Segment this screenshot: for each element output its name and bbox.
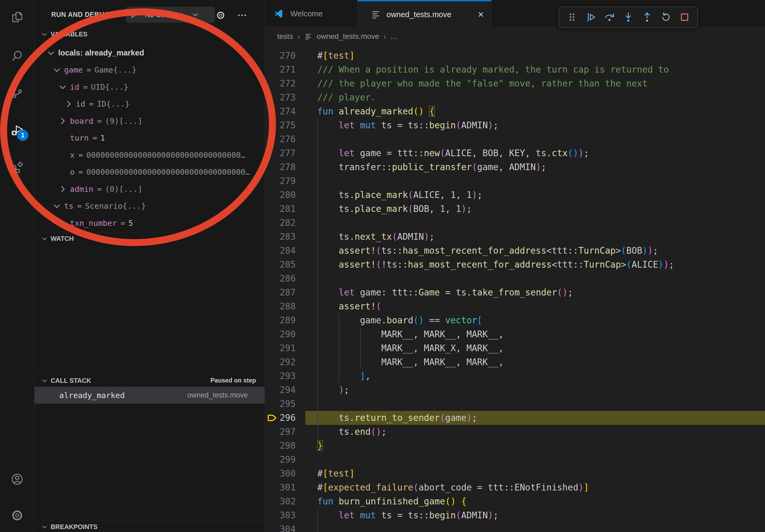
line-number[interactable]: 285	[265, 258, 296, 272]
code-line-text[interactable]: transfer::public_transfer(game, ADMIN);	[318, 160, 546, 174]
code-line[interactable]: 298}	[265, 439, 765, 453]
code-line[interactable]: 299	[265, 453, 765, 467]
line-number[interactable]: 298	[265, 439, 296, 453]
code-line[interactable]: 285 assert!(!ts::has_most_recent_for_add…	[265, 258, 765, 272]
line-number[interactable]: 291	[265, 341, 296, 355]
step-into-button[interactable]	[620, 9, 636, 25]
code-line-text[interactable]: /// the player who made the "false" move…	[318, 77, 648, 91]
code-line[interactable]: 278 transfer::public_transfer(game, ADMI…	[265, 160, 765, 174]
chevron-down-icon[interactable]	[51, 65, 62, 75]
line-number[interactable]: 295	[265, 397, 296, 411]
code-line[interactable]: 282	[265, 216, 765, 230]
code-line-text[interactable]: fun burn_unfinished_game() {	[318, 494, 466, 508]
restart-button[interactable]	[658, 9, 674, 25]
code-line[interactable]: 275 let mut ts = ts::begin(ADMIN);	[265, 119, 765, 132]
line-number[interactable]: 297	[265, 425, 296, 439]
code-editor[interactable]: 270#[test]271/// When a position is alre…	[265, 45, 765, 532]
watch-section-header[interactable]: WATCH	[35, 232, 265, 245]
code-line[interactable]: 286	[265, 272, 765, 286]
variable-row[interactable]: turn=1	[35, 130, 265, 147]
code-line-text[interactable]: assert!(!ts::has_most_recent_for_address…	[318, 258, 674, 272]
code-line[interactable]: 297 ts.end();	[265, 425, 765, 439]
activity-bar-source-control-icon[interactable]	[10, 86, 24, 100]
chevron-right-icon[interactable]	[57, 184, 68, 194]
code-line-text[interactable]: ],	[318, 369, 371, 383]
code-line-text[interactable]: MARK__, MARK__, MARK__,	[318, 355, 504, 369]
line-number[interactable]: 280	[265, 188, 296, 202]
code-line[interactable]: 270#[test]	[265, 49, 765, 63]
breadcrumb-item-symbol[interactable]: ...	[390, 32, 397, 41]
call-stack-frame[interactable]: already_marked owned_tests.move	[35, 387, 265, 404]
code-line[interactable]: 279	[265, 174, 765, 188]
code-line-text[interactable]: assert!(	[318, 300, 381, 313]
line-number[interactable]: 288	[265, 300, 296, 313]
code-line[interactable]: 301#[expected_failure(abort_code = ttt::…	[265, 481, 765, 494]
line-number[interactable]: 273	[265, 91, 296, 105]
chevron-right-icon[interactable]	[63, 100, 74, 109]
code-line[interactable]: 276	[265, 132, 765, 146]
variables-section-header[interactable]: VARIABLES	[35, 28, 265, 41]
code-line[interactable]: 288 assert!(	[265, 300, 765, 313]
activity-bar-extensions-icon[interactable]	[10, 160, 24, 174]
code-line[interactable]: 287 let game: ttt::Game = ts.take_from_s…	[265, 286, 765, 300]
code-line[interactable]: 291 MARK__, MARK_X, MARK__,	[265, 341, 765, 355]
code-line[interactable]: 300#[test]	[265, 467, 765, 481]
line-number[interactable]: 302	[265, 494, 296, 508]
line-number[interactable]: 279	[265, 174, 296, 188]
activity-bar-debug-icon[interactable]: 1	[10, 123, 24, 137]
variable-row[interactable]: admin=(0)[...]	[35, 180, 265, 198]
breakpoints-section-header[interactable]: BREAKPOINTS	[35, 520, 265, 532]
code-line[interactable]: 273/// player.	[265, 91, 765, 105]
line-number[interactable]: 276	[265, 132, 296, 146]
variable-row[interactable]: o=0000000000000000000000000000000000…	[35, 164, 265, 181]
chevron-down-icon[interactable]	[57, 83, 68, 92]
code-line[interactable]: 302fun burn_unfinished_game() {	[265, 494, 765, 508]
line-number[interactable]: 289	[265, 313, 296, 327]
breadcrumb-item-tests[interactable]: tests	[277, 32, 293, 41]
code-line-text[interactable]: );	[318, 383, 349, 397]
activity-bar-account-icon[interactable]	[10, 472, 24, 486]
line-number[interactable]: 294	[265, 383, 296, 397]
tab-owned-tests-move[interactable]: owned_tests.move ×	[358, 0, 491, 28]
line-number[interactable]: 282	[265, 216, 296, 230]
start-debugging-icon[interactable]	[129, 10, 138, 19]
activity-bar-files-icon[interactable]	[10, 10, 24, 24]
code-line[interactable]: 290 MARK__, MARK__, MARK__,	[265, 327, 765, 341]
code-line-text[interactable]: fun already_marked() {	[318, 105, 434, 119]
line-number[interactable]: 284	[265, 244, 296, 258]
line-number[interactable]: 278	[265, 160, 296, 174]
line-number[interactable]: 272	[265, 77, 296, 91]
code-line-text[interactable]: /// player.	[318, 91, 376, 105]
code-line-text[interactable]: /// When a position is already marked, t…	[318, 63, 669, 77]
call-stack-section-header[interactable]: CALL STACK Paused on step	[35, 374, 265, 387]
launch-configuration-dropdown[interactable]: No Configurations	[126, 7, 215, 23]
stop-button[interactable]	[677, 9, 692, 25]
close-tab-icon[interactable]: ×	[478, 9, 484, 20]
code-line-text[interactable]: #[test]	[318, 467, 355, 481]
line-number[interactable]: 301	[265, 481, 296, 494]
variable-row[interactable]: txn_number=5	[35, 215, 265, 232]
code-line[interactable]: 283 ts.next_tx(ADMIN);	[265, 230, 765, 244]
variable-row[interactable]: ts=Scenario{...}	[35, 198, 265, 215]
line-number[interactable]: 277	[265, 146, 296, 160]
line-number[interactable]: 296	[265, 411, 296, 425]
code-line-text[interactable]: #[expected_failure(abort_code = ttt::ENo…	[318, 481, 589, 494]
code-line-text[interactable]: MARK__, MARK_X, MARK__,	[318, 341, 504, 355]
code-line-text[interactable]: ts.end();	[318, 425, 386, 439]
code-line-text[interactable]: ts.next_tx(ADMIN);	[318, 230, 434, 244]
variable-row[interactable]: game=Game{...}	[35, 62, 265, 79]
code-line-text[interactable]: MARK__, MARK__, MARK__,	[318, 327, 504, 341]
variable-row[interactable]: locals: already_marked	[35, 45, 265, 62]
line-number[interactable]: 287	[265, 286, 296, 300]
tab-welcome[interactable]: Welcome	[265, 0, 358, 27]
line-number[interactable]: 275	[265, 119, 296, 132]
chevron-down-icon[interactable]	[45, 49, 57, 58]
continue-button[interactable]	[583, 9, 598, 25]
debug-settings-gear-button[interactable]	[216, 10, 226, 20]
more-actions-button[interactable]	[237, 10, 247, 20]
variable-row[interactable]: id=UID{...}	[35, 79, 265, 96]
breadcrumb-item-file[interactable]: owned_tests.move	[317, 32, 379, 41]
line-number[interactable]: 286	[265, 272, 296, 286]
activity-bar-settings-gear-icon[interactable]	[10, 508, 24, 522]
code-line[interactable]: 293 ],	[265, 369, 765, 383]
